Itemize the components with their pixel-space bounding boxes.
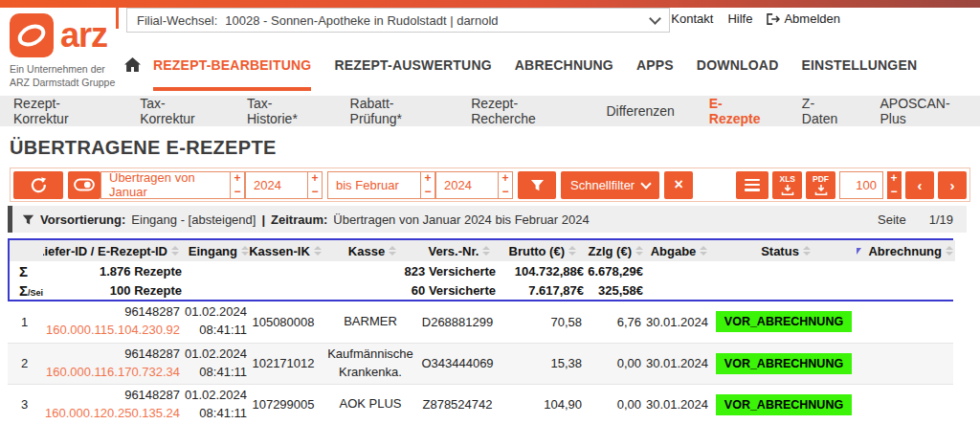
separator: |	[261, 212, 265, 227]
abgabe: 30.01.2024	[641, 343, 713, 384]
kassen-ik: 102171012	[247, 343, 320, 384]
to-year-plus-button[interactable]: +	[499, 172, 512, 186]
clear-filter-button[interactable]: ×	[664, 171, 693, 199]
filter-button[interactable]	[518, 171, 556, 199]
subnav-z-daten[interactable]: Z-Daten	[802, 96, 846, 126]
from-year-stepper: + −	[308, 171, 323, 199]
total-rezepte: 1.876 Rezepte	[43, 261, 182, 280]
period-value: Übertragen von Januar 2024 bis Februar 2…	[333, 212, 589, 227]
abrechnung	[855, 343, 953, 384]
col-kassen-ik-header[interactable]: Kassen-IK	[249, 244, 322, 258]
to-month-input[interactable]: bis Februar	[327, 171, 421, 199]
subnav-aposcan-plus[interactable]: APOSCAN-Plus	[880, 96, 967, 126]
col-status-header[interactable]: Status	[715, 244, 857, 258]
eingang-date: 01.02.2024	[180, 387, 247, 405]
from-year-input[interactable]: 2024	[245, 171, 308, 199]
prev-page-button[interactable]: ‹	[905, 171, 934, 199]
status-badge[interactable]: VOR_ABRECHNUNG	[716, 394, 852, 415]
to-month-plus-button[interactable]: +	[421, 172, 434, 186]
sort-carets-icon	[568, 246, 576, 256]
pdf-label: PDF	[813, 174, 829, 184]
quickfilter-button[interactable]: Schnellfilter	[561, 171, 659, 199]
menu-button[interactable]	[736, 171, 768, 199]
row-index: 3	[8, 384, 41, 424]
col-zzlg-header[interactable]: Zzlg (€)	[584, 244, 643, 258]
nav-abrechnung[interactable]: ABRECHNUNG	[515, 57, 613, 91]
subnav-rabatt-pruefung[interactable]: Rabatt-Prüfung*	[350, 96, 437, 126]
hilfe-link[interactable]: Hilfe	[727, 11, 752, 26]
col-brutto-header[interactable]: Brutto (€)	[496, 244, 584, 258]
col-eingang-header[interactable]: Eingang	[182, 244, 249, 258]
table-rows: 1 96148287160.000.115.104.230.92 01.02.2…	[8, 301, 953, 424]
to-year-input[interactable]: 2024	[435, 171, 499, 199]
home-icon[interactable]	[124, 57, 141, 76]
toolbar: Übertragen von Januar + − 2024 + − bis F…	[10, 167, 970, 202]
subnav-differenzen[interactable]: Differenzen	[606, 103, 674, 119]
table-row[interactable]: 1 96148287160.000.115.104.230.92 01.02.2…	[8, 301, 953, 343]
sort-info-bar: Vorsortierung: Eingang - [absteigend] | …	[8, 206, 967, 233]
subnav-tax-historie[interactable]: Tax-Historie*	[247, 96, 316, 126]
top-links: Kontakt Hilfe Abmelden	[671, 11, 840, 26]
sort-carets-icon	[389, 246, 396, 256]
page-size-plus-button[interactable]: +	[887, 172, 901, 186]
subnav-tax-korrektur[interactable]: Tax-Korrektur	[140, 96, 212, 126]
logo-subtitle-line2: ARZ Darmstadt Gruppe	[10, 77, 115, 90]
col-kasse-header[interactable]: Kasse	[322, 244, 423, 258]
pdf-export-button[interactable]: PDF	[806, 171, 835, 199]
page-versicherte: 60 Versicherte	[322, 280, 496, 300]
refresh-button[interactable]	[13, 171, 63, 199]
from-year-plus-button[interactable]: +	[308, 172, 322, 186]
nav-download[interactable]: DOWNLOAD	[697, 57, 779, 91]
branch-select[interactable]: Filial-Wechsel: 10028 - Sonnen-Apotheke …	[126, 8, 670, 33]
sub-nav: Rezept-Korrektur Tax-Korrektur Tax-Histo…	[0, 96, 980, 126]
logo-text: arz	[60, 18, 107, 53]
col-liefer-id-header[interactable]: Liefer-ID / E-Rezept-ID	[43, 244, 182, 258]
link-toggle-button[interactable]	[68, 171, 100, 199]
abmelden-link[interactable]: Abmelden	[767, 11, 840, 26]
sort-carets-icon	[241, 246, 249, 256]
nav-apps[interactable]: APPS	[636, 57, 674, 91]
subnav-rezept-recherche[interactable]: Rezept-Recherche	[471, 96, 571, 126]
subnav-e-rezepte[interactable]: E-Rezepte	[709, 96, 768, 126]
erezept-id-link[interactable]: 160.000.120.250.135.24	[41, 405, 180, 423]
total-versicherte: 823 Versicherte	[322, 261, 496, 280]
table-row[interactable]: 3 96148287160.000.120.250.135.24 01.02.2…	[8, 384, 953, 424]
next-page-button[interactable]: ›	[938, 171, 967, 199]
xls-export-button[interactable]: XLS	[772, 171, 802, 199]
refresh-icon	[30, 176, 47, 193]
status-badge[interactable]: VOR_ABRECHNUNG	[716, 353, 852, 374]
to-month-minus-button[interactable]: −	[421, 185, 434, 198]
col-abgabe-header[interactable]: Abgabe	[643, 244, 715, 258]
arz-logo-icon	[10, 13, 54, 57]
erezept-id-link[interactable]: 160.000.115.104.230.92	[41, 322, 180, 340]
to-year-minus-button[interactable]: −	[499, 185, 512, 198]
status-badge[interactable]: VOR_ABRECHNUNG	[716, 311, 852, 332]
total-brutto: 104.732,88€	[496, 261, 584, 280]
erezept-id-link[interactable]: 160.000.116.170.732.34	[41, 364, 180, 382]
page-zzlg: 325,58€	[584, 280, 643, 300]
from-month-input[interactable]: Übertragen von Januar	[100, 171, 231, 199]
from-year-minus-button[interactable]: −	[308, 185, 322, 198]
table-header-box: Liefer-ID / E-Rezept-ID Eingang Kassen-I…	[8, 238, 953, 301]
nav-rezept-bearbeitung[interactable]: REZEPT-BEARBEITUNG	[153, 57, 311, 91]
subnav-rezept-korrektur[interactable]: Rezept-Korrektur	[13, 96, 105, 126]
page-indicator-value: 1/19	[929, 212, 953, 227]
nav-rezept-auswertung[interactable]: REZEPT-AUSWERTUNG	[334, 57, 491, 91]
col-vers-nr-header[interactable]: Vers.-Nr.	[423, 244, 496, 258]
sort-carets-icon	[314, 246, 322, 256]
page-size-input[interactable]: 100	[839, 171, 883, 199]
from-month-minus-button[interactable]: −	[231, 185, 244, 198]
nav-einstellungen[interactable]: EINSTELLUNGEN	[801, 57, 917, 91]
to-year-stepper: + −	[499, 171, 513, 199]
kasse: AOK PLUS	[320, 395, 421, 413]
table-row[interactable]: 2 96148287160.000.116.170.732.34 01.02.2…	[8, 343, 953, 384]
sigma-page-label: Σ/Seite	[10, 282, 43, 299]
logo-subtitle-line1: Ein Unternehmen der	[10, 63, 115, 77]
col-abrechnung-header[interactable]: Abrechnung	[857, 244, 955, 258]
from-month-plus-button[interactable]: +	[231, 172, 244, 186]
kontakt-link[interactable]: Kontakt	[671, 11, 713, 26]
page-size-minus-button[interactable]: −	[887, 185, 901, 198]
quickfilter-label: Schnellfilter	[570, 178, 635, 192]
accent-mark	[116, 8, 119, 29]
abmelden-label: Abmelden	[784, 11, 840, 26]
